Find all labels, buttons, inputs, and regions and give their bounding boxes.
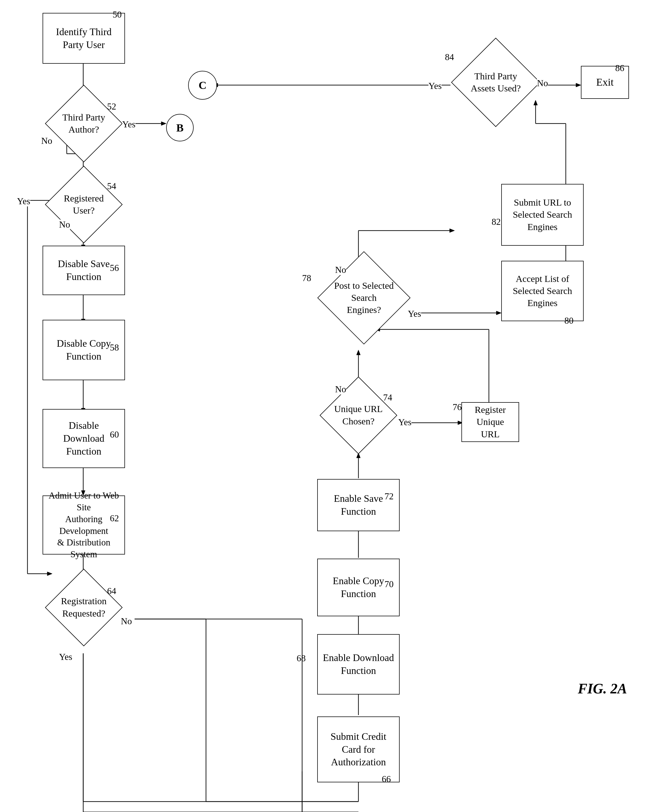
- ref-68: 68: [297, 653, 306, 663]
- ref-84: 84: [445, 52, 454, 62]
- circle-b: B: [166, 114, 194, 141]
- ref-76: 76: [453, 402, 462, 412]
- admit-user-box: Admit User to Web SiteAuthoring Developm…: [43, 495, 125, 554]
- register-unique-url-box: Register UniqueURL: [462, 402, 519, 442]
- post-to-search-yes-label: Yes: [408, 309, 421, 319]
- svg-marker-46: [450, 229, 455, 233]
- ref-70: 70: [384, 579, 393, 589]
- ref-86: 86: [615, 63, 624, 73]
- third-party-author-yes-label: Yes: [122, 119, 135, 130]
- ref-58: 58: [110, 343, 119, 353]
- flowchart: Identify Third Party User 50 Third Party…: [0, 0, 660, 812]
- unique-url-no-label: No: [335, 384, 346, 394]
- circle-c: C: [188, 71, 217, 100]
- ref-72: 72: [384, 491, 393, 502]
- third-party-assets-yes-label: Yes: [428, 81, 442, 91]
- registered-user-yes-label: Yes: [17, 196, 30, 206]
- third-party-assets-no-label: No: [537, 78, 548, 89]
- svg-marker-50: [576, 83, 581, 87]
- unique-url-yes-label: Yes: [398, 417, 411, 427]
- ref-54: 54: [107, 181, 116, 192]
- submit-url-box: Submit URL toSelected SearchEngines: [501, 184, 584, 246]
- ref-78: 78: [302, 273, 311, 283]
- submit-credit-card-box: Submit CreditCard forAuthorization: [317, 717, 400, 782]
- svg-marker-36: [357, 350, 360, 355]
- post-to-search-no-label: No: [335, 265, 346, 275]
- third-party-assets-diamond: Third PartyAssets Used?: [451, 54, 541, 111]
- ref-50: 50: [113, 9, 122, 20]
- enable-save-box: Enable SaveFunction: [317, 479, 400, 531]
- registration-requested-no-label: No: [121, 616, 132, 627]
- figure-label: FIG. 2A: [578, 681, 627, 697]
- enable-download-box: Enable DownloadFunction: [317, 634, 400, 695]
- ref-82: 82: [492, 217, 501, 227]
- ref-66: 66: [382, 774, 391, 784]
- identify-third-party-box: Identify Third Party User: [43, 13, 125, 64]
- ref-56: 56: [110, 263, 119, 273]
- svg-marker-11: [47, 572, 52, 576]
- svg-marker-7: [161, 122, 166, 125]
- ref-62: 62: [110, 513, 119, 524]
- ref-64: 64: [107, 586, 116, 596]
- third-party-author-no-label: No: [41, 136, 52, 146]
- post-to-search-diamond: Post to SelectedSearchEngines?: [317, 268, 411, 328]
- svg-marker-41: [496, 311, 501, 315]
- registered-user-no-label: No: [59, 220, 70, 230]
- ref-60: 60: [110, 430, 119, 440]
- accept-list-box: Accept List ofSelected SearchEngines: [501, 261, 584, 321]
- ref-80: 80: [565, 316, 573, 326]
- ref-52: 52: [107, 101, 116, 112]
- ref-74: 74: [383, 393, 392, 403]
- registration-requested-yes-label: Yes: [59, 652, 72, 662]
